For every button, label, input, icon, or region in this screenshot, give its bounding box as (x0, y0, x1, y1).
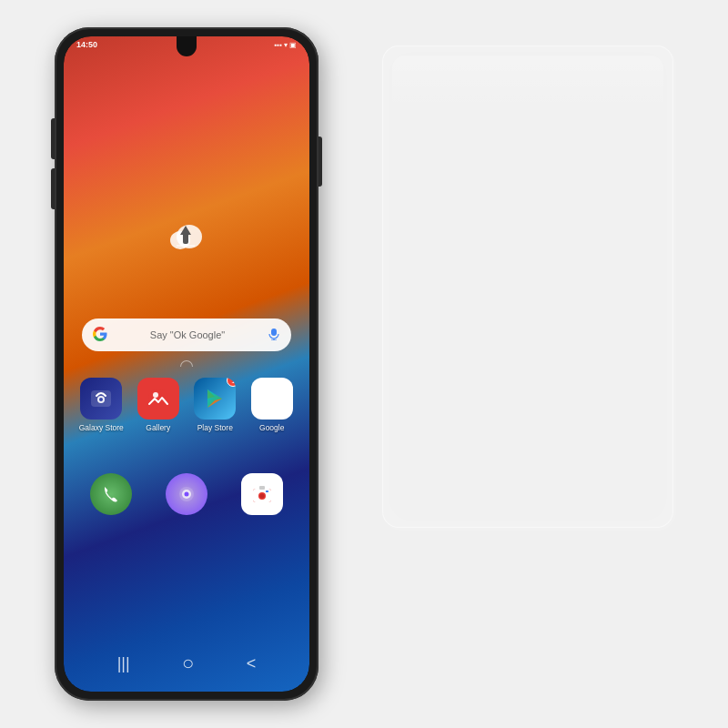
glass-shine (392, 56, 663, 110)
play-store-label: Play Store (197, 423, 233, 432)
svg-rect-5 (271, 329, 277, 336)
phone-app-icon (90, 473, 132, 515)
nav-bar: ||| ○ < (64, 652, 309, 675)
galaxy-store-item[interactable]: Galaxy Store (75, 378, 127, 432)
gallery-icon (137, 378, 179, 420)
play-store-icon: 1 (194, 378, 236, 420)
play-store-badge: 1 (227, 378, 236, 387)
svg-point-10 (99, 398, 103, 401)
recents-button[interactable]: ||| (117, 654, 130, 673)
gallery-item[interactable]: Gallery (132, 378, 185, 432)
battery-icon: ▣ (289, 41, 297, 49)
phone-app-item[interactable] (85, 473, 137, 515)
search-placeholder: Say "Ok Google" (115, 329, 260, 340)
cloud-area (164, 218, 209, 255)
search-bar[interactable]: Say "Ok Google" (82, 318, 291, 351)
app-row: Galaxy Store Gallery (73, 378, 300, 432)
play-store-item[interactable]: 1 Play Store (188, 378, 241, 432)
bixby-app-item[interactable] (160, 473, 213, 515)
svg-point-15 (184, 492, 188, 497)
svg-point-11 (148, 389, 168, 409)
svg-point-20 (260, 494, 265, 499)
google-label: Google (259, 423, 284, 432)
back-button[interactable]: < (247, 654, 257, 673)
bixby-app-icon (166, 473, 207, 515)
wifi-icon: ▾ (284, 41, 288, 49)
phone: 14:50 ▪▪▪ ▾ ▣ (55, 27, 318, 701)
home-button[interactable]: ○ (182, 652, 194, 675)
galaxy-store-icon (80, 378, 122, 420)
volume-down-button (51, 168, 55, 209)
status-time: 14:50 (76, 40, 97, 49)
svg-point-1 (177, 225, 202, 248)
scene: 14:50 ▪▪▪ ▾ ▣ (0, 0, 728, 728)
google-g-logo (93, 327, 107, 344)
camera-shortcut-item[interactable] (236, 473, 288, 515)
camera-shortcut-icon (241, 473, 283, 515)
gallery-label: Gallery (146, 423, 170, 432)
bottom-app-row (73, 473, 300, 515)
galaxy-store-label: Galaxy Store (79, 423, 124, 432)
status-bar: 14:50 ▪▪▪ ▾ ▣ (76, 40, 297, 49)
svg-point-12 (153, 392, 158, 398)
google-item[interactable]: Google (246, 378, 298, 432)
screen-protector (382, 46, 673, 528)
microphone-icon (268, 328, 280, 343)
svg-rect-21 (266, 490, 268, 492)
power-button (318, 136, 322, 187)
screen: 14:50 ▪▪▪ ▾ ▣ (64, 36, 309, 692)
signal-icon: ▪▪▪ (274, 41, 282, 49)
phone-inner: 14:50 ▪▪▪ ▾ ▣ (64, 36, 309, 692)
volume-up-button (51, 118, 55, 159)
status-icons: ▪▪▪ ▾ ▣ (274, 41, 297, 49)
google-icon (251, 378, 293, 420)
swipe-indicator (180, 360, 193, 367)
svg-rect-18 (259, 486, 265, 490)
cloud-upload-icon (164, 218, 209, 255)
